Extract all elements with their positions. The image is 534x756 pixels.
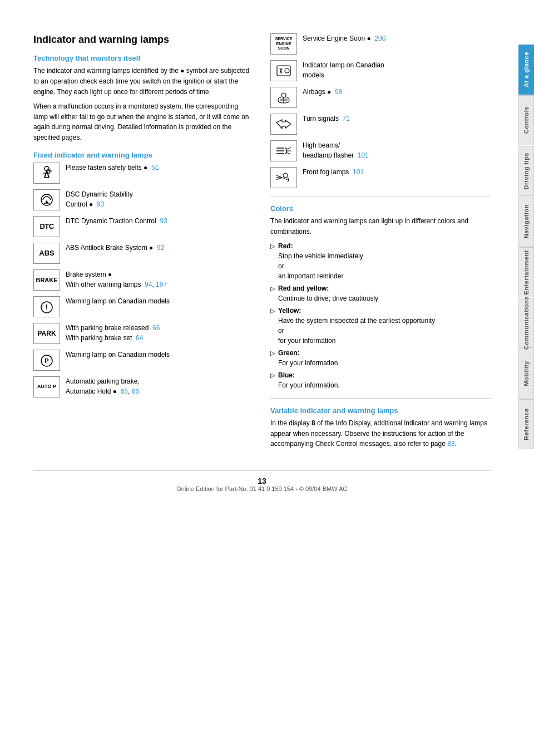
svg-text:!: ! (46, 303, 48, 311)
colors-section: ▷ Red:Stop the vehicle immediatelyoran i… (270, 241, 491, 390)
color-yellow: ▷ Yellow:Have the system inspected at th… (270, 306, 491, 346)
page-number: 13 (33, 477, 491, 485)
color-green: ▷ Green:For your information (270, 348, 491, 368)
lamp-park-canadian: P Warning lamp on Canadian models (33, 350, 254, 371)
footer-text: Online Edition for Part-No. 01 41 0 159 … (33, 485, 491, 492)
lamp-high-beams: High beams/headlamp flasher 101 (270, 140, 491, 161)
variable-text: In the display 8 of the Info Display, ad… (270, 418, 491, 449)
page-footer: 13 Online Edition for Part-No. 01 41 0 1… (33, 470, 491, 492)
lamp-text-autop: Automatic parking brake,Automatic Hold ●… (66, 376, 254, 396)
svg-point-16 (281, 93, 286, 97)
lamp-text-warning-canadian: Warning lamp on Canadian models (66, 296, 254, 306)
lamp-text-dsc: DSC Dynamic StabilityControl ● 93 (66, 189, 254, 209)
fog-icon (270, 167, 297, 188)
sidebar-tab-label: Reference (523, 408, 530, 440)
lamp-fog: Front fog lamps 101 (270, 167, 491, 188)
lamp-text-high-beams: High beams/headlamp flasher 101 (303, 140, 491, 160)
color-blue: ▷ Blue:For your information. (270, 370, 491, 390)
sidebar: At a glance Controls Driving tips Naviga… (518, 0, 534, 756)
sidebar-tab-driving-tips[interactable]: Driving tips (518, 146, 534, 196)
turn-signals-icon (270, 114, 297, 135)
service-engine-icon: SERVICEENGINESOON (270, 33, 297, 55)
sidebar-tab-label: Entertainment (523, 250, 530, 294)
sidebar-tab-controls[interactable]: Controls (518, 95, 534, 145)
sidebar-tab-label: Mobility (523, 361, 530, 386)
body-text-1: The indicator and warning lamps identifi… (33, 66, 254, 97)
left-column: Indicator and warning lamps Technology t… (33, 33, 254, 454)
arrow-icon: ▷ (270, 284, 275, 293)
sub-title-technology: Technology that monitors itself (33, 54, 254, 62)
colors-intro: The indicator and warning lamps can ligh… (270, 216, 491, 237)
park-icon: PARK (33, 323, 60, 344)
park-canadian-icon: P (33, 350, 60, 371)
lamp-text-airbag: Airbags ● 98 (303, 87, 491, 97)
lamp-turn-signals: Turn signals 71 (270, 114, 491, 135)
lamp-text-seatbelt: Please fasten safety belts ● 51 (66, 163, 254, 173)
autop-icon: AUTO P (33, 376, 60, 397)
svg-line-2 (47, 171, 49, 178)
lamp-text-indicator-canadian: Indicator lamp on Canadianmodels (303, 60, 491, 80)
lamp-text-dtc: DTC Dynamic Traction Control 93 (66, 216, 254, 226)
arrow-icon: ▷ (270, 242, 275, 251)
svg-point-15 (285, 68, 289, 73)
svg-rect-14 (277, 66, 290, 76)
svg-line-28 (276, 175, 282, 178)
sidebar-tab-label: Navigation (523, 204, 530, 238)
svg-text:P: P (44, 357, 48, 364)
color-red: ▷ Red:Stop the vehicle immediatelyoran i… (270, 241, 491, 281)
svg-line-30 (276, 178, 282, 180)
svg-text:▲: ▲ (44, 199, 49, 204)
sidebar-tabs: At a glance Controls Driving tips Naviga… (518, 45, 534, 449)
body-text-2: When a malfunction occurs in a monitored… (33, 101, 254, 143)
sidebar-tab-label: At a glance (523, 52, 530, 87)
svg-marker-20 (276, 120, 291, 129)
lamp-text-brake: Brake system ●With other warning lamps 9… (66, 269, 254, 289)
svg-line-1 (44, 171, 47, 178)
sidebar-tab-reference[interactable]: Reference (518, 399, 534, 449)
divider-2 (270, 398, 491, 399)
seatbelt-icon (33, 163, 60, 184)
lamp-dsc: ▲ DSC Dynamic StabilityControl ● 93 (33, 189, 254, 210)
lamp-text-park: With parking brake released 66 With park… (66, 323, 254, 343)
sidebar-tab-mobility[interactable]: Mobility (518, 348, 534, 399)
sidebar-tab-navigation[interactable]: Navigation (518, 197, 534, 247)
arrow-icon: ▷ (270, 348, 275, 358)
sidebar-tab-label: Controls (523, 106, 530, 134)
right-column: SERVICEENGINESOON Service Engine Soon ● … (270, 33, 491, 454)
lamp-park: PARK With parking brake released 66 With… (33, 323, 254, 344)
sub-title-variable: Variable indicator and warning lamps (270, 406, 491, 415)
lamp-airbag: Airbags ● 98 (270, 87, 491, 108)
divider (270, 196, 491, 197)
svg-line-31 (282, 178, 288, 180)
brake-icon: BRAKE (33, 269, 60, 291)
arrow-icon: ▷ (270, 306, 275, 316)
arrow-icon: ▷ (270, 371, 275, 380)
sub-title-colors: Colors (270, 204, 491, 213)
lamp-text-turn-signals: Turn signals 71 (303, 114, 491, 124)
lamp-brake: BRAKE Brake system ●With other warning l… (33, 269, 254, 291)
sidebar-tab-at-a-glance[interactable]: At a glance (518, 45, 534, 95)
sidebar-tab-label: Communications (523, 296, 530, 350)
color-red-yellow: ▷ Red and yellow:Continue to drive; driv… (270, 283, 491, 303)
warning-canadian-icon: ! (33, 296, 60, 317)
lamp-text-fog: Front fog lamps 101 (303, 167, 491, 177)
sub-title-fixed: Fixed indicator and warning lamps (33, 151, 254, 159)
lamp-indicator-canadian: Indicator lamp on Canadianmodels (270, 60, 491, 81)
dtc-icon: DTC (33, 216, 60, 237)
lamp-dtc: DTC DTC Dynamic Traction Control 93 (33, 216, 254, 237)
indicator-canadian-icon (270, 60, 297, 81)
airbag-icon (270, 87, 297, 108)
lamp-warning-canadian: ! Warning lamp on Canadian models (33, 296, 254, 317)
lamp-autop: AUTO P Automatic parking brake,Automatic… (33, 376, 254, 397)
lamp-text-service-engine: Service Engine Soon ● 200 (303, 33, 491, 43)
lamp-seatbelt: Please fasten safety belts ● 51 (33, 163, 254, 184)
sidebar-tab-entertainment[interactable]: Entertainment (518, 247, 534, 297)
lamp-service-engine: SERVICEENGINESOON Service Engine Soon ● … (270, 33, 491, 55)
sidebar-tab-label: Driving tips (523, 153, 530, 190)
abs-icon: ABS (33, 243, 60, 264)
lamp-text-abs: ABS Antilock Brake System ● 92 (66, 243, 254, 253)
sidebar-tab-communications[interactable]: Communications (518, 298, 534, 348)
svg-line-24 (286, 148, 291, 149)
dsc-icon: ▲ (33, 189, 60, 210)
page-title: Indicator and warning lamps (33, 33, 254, 46)
